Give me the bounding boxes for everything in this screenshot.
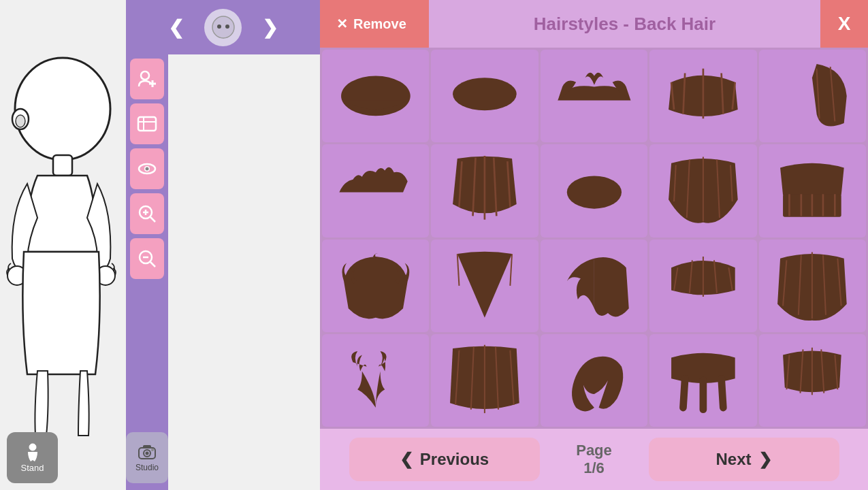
- hair-item-11[interactable]: [322, 240, 429, 332]
- svg-point-5: [16, 115, 25, 127]
- page-info: Page 1/6: [553, 442, 635, 477]
- side-toolbar: [126, 54, 168, 490]
- zoom-out-button[interactable]: [130, 238, 164, 279]
- background-button[interactable]: [130, 103, 164, 144]
- svg-rect-6: [53, 155, 72, 176]
- hair-item-3[interactable]: [541, 50, 647, 142]
- right-panel: ✕ Remove Hairstyles - Back Hair X: [320, 0, 868, 490]
- studio-button[interactable]: Studio: [126, 432, 168, 483]
- hair-item-2[interactable]: [431, 50, 538, 142]
- left-panel: ❮ ❯: [0, 0, 320, 490]
- svg-point-3: [15, 58, 110, 160]
- svg-point-25: [29, 444, 36, 451]
- next-arrow-icon: ❯: [758, 450, 772, 469]
- svg-point-31: [341, 76, 411, 116]
- previous-button[interactable]: ❮ Previous: [349, 438, 540, 481]
- hair-item-17[interactable]: [431, 334, 538, 427]
- svg-point-17: [146, 167, 149, 171]
- right-header: ✕ Remove Hairstyles - Back Hair X: [320, 0, 868, 48]
- hair-item-5[interactable]: [759, 50, 866, 142]
- zoom-in-button[interactable]: [130, 193, 164, 234]
- page-current: 1/6: [553, 459, 635, 477]
- svg-rect-12: [138, 117, 156, 131]
- svg-point-0: [212, 16, 234, 38]
- hair-item-6[interactable]: [322, 144, 429, 237]
- stand-label: Stand: [21, 463, 44, 473]
- prev-arrow-icon: ❮: [400, 450, 413, 469]
- character-area: [0, 0, 126, 490]
- character-svg: [0, 34, 126, 456]
- svg-point-1: [217, 24, 221, 29]
- eye-button[interactable]: [130, 148, 164, 189]
- remove-button[interactable]: ✕ Remove: [320, 0, 429, 48]
- hair-item-9[interactable]: [649, 144, 756, 237]
- hair-item-1[interactable]: [322, 50, 429, 142]
- svg-point-30: [151, 448, 154, 451]
- hair-item-18[interactable]: [541, 334, 647, 427]
- panel-title: Hairstyles - Back Hair: [429, 14, 820, 35]
- add-character-button[interactable]: [130, 59, 164, 99]
- hair-item-12[interactable]: [431, 240, 538, 332]
- svg-point-33: [566, 176, 621, 209]
- page-label: Page: [553, 442, 635, 459]
- svg-point-28: [146, 451, 149, 455]
- close-icon: X: [838, 13, 851, 35]
- svg-point-32: [453, 78, 517, 110]
- hair-item-19[interactable]: [649, 334, 756, 427]
- svg-line-19: [150, 217, 156, 223]
- app-container: ❮ ❯: [0, 0, 868, 490]
- next-label: Next: [716, 450, 751, 469]
- studio-label: Studio: [135, 463, 159, 472]
- hair-grid: [320, 48, 868, 429]
- svg-point-2: [225, 24, 229, 29]
- bottom-bar: ❮ Previous Page 1/6 Next ❯: [320, 429, 868, 490]
- top-nav: ❮ ❯: [126, 0, 320, 54]
- nav-prev-button[interactable]: ❮: [168, 16, 184, 39]
- hair-item-13[interactable]: [541, 240, 647, 332]
- hair-item-7[interactable]: [431, 144, 538, 237]
- face-icon: [204, 9, 242, 46]
- close-button[interactable]: X: [820, 0, 868, 48]
- hair-item-14[interactable]: [649, 240, 756, 332]
- hair-item-16[interactable]: [322, 334, 429, 427]
- hair-item-4[interactable]: [649, 50, 756, 142]
- next-button[interactable]: Next ❯: [649, 438, 839, 481]
- svg-line-23: [150, 262, 156, 267]
- hair-item-20[interactable]: [759, 334, 866, 427]
- remove-label: Remove: [353, 16, 406, 32]
- remove-x-icon: ✕: [336, 16, 348, 32]
- svg-point-9: [141, 71, 149, 80]
- hair-item-15[interactable]: [759, 240, 866, 332]
- stand-button[interactable]: Stand: [7, 432, 58, 483]
- hair-item-10[interactable]: [759, 144, 866, 237]
- svg-rect-29: [143, 445, 151, 448]
- previous-label: Previous: [420, 450, 489, 469]
- hair-item-8[interactable]: [541, 144, 647, 237]
- nav-next-button[interactable]: ❯: [262, 16, 278, 39]
